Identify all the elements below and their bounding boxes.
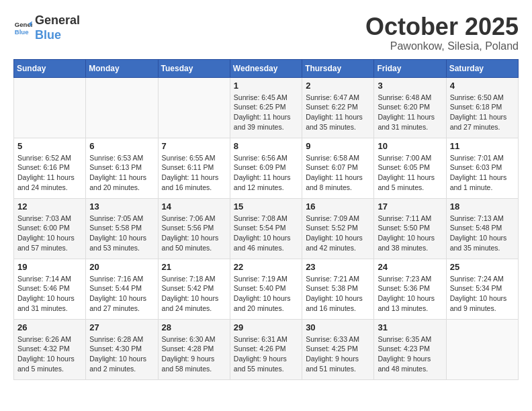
day-content: Sunrise: 6:53 AM Sunset: 6:13 PM Dayligh… — [89, 153, 154, 193]
calendar-week-3: 12Sunrise: 7:03 AM Sunset: 6:00 PM Dayli… — [14, 198, 519, 259]
svg-text:Blue: Blue — [15, 28, 29, 35]
header-row: Sunday Monday Tuesday Wednesday Thursday… — [14, 59, 519, 77]
calendar-week-5: 26Sunrise: 6:26 AM Sunset: 4:32 PM Dayli… — [14, 319, 519, 379]
calendar-week-4: 19Sunrise: 7:14 AM Sunset: 5:46 PM Dayli… — [14, 259, 519, 319]
day-number: 3 — [378, 81, 442, 91]
header-sunday: Sunday — [14, 59, 86, 77]
calendar-cell: 20Sunrise: 7:16 AM Sunset: 5:44 PM Dayli… — [86, 259, 158, 319]
calendar-cell — [158, 77, 230, 138]
calendar-cell: 11Sunrise: 7:01 AM Sunset: 6:03 PM Dayli… — [446, 138, 518, 198]
logo-line2: Blue — [35, 28, 61, 42]
day-content: Sunrise: 7:05 AM Sunset: 5:58 PM Dayligh… — [89, 214, 154, 253]
calendar-cell: 12Sunrise: 7:03 AM Sunset: 6:00 PM Dayli… — [14, 198, 86, 259]
day-content: Sunrise: 7:09 AM Sunset: 5:52 PM Dayligh… — [306, 214, 370, 253]
title-block: October 2025 Pawonkow, Silesia, Poland — [365, 13, 519, 52]
day-content: Sunrise: 7:01 AM Sunset: 6:03 PM Dayligh… — [450, 153, 515, 193]
day-number: 25 — [450, 262, 515, 272]
header-monday: Monday — [86, 59, 158, 77]
day-content: Sunrise: 7:06 AM Sunset: 5:56 PM Dayligh… — [162, 214, 226, 253]
day-content: Sunrise: 6:56 AM Sunset: 6:09 PM Dayligh… — [234, 153, 298, 193]
day-content: Sunrise: 7:23 AM Sunset: 5:36 PM Dayligh… — [378, 274, 442, 314]
calendar-cell: 29Sunrise: 6:31 AM Sunset: 4:26 PM Dayli… — [230, 319, 302, 379]
calendar-cell: 21Sunrise: 7:18 AM Sunset: 5:42 PM Dayli… — [158, 259, 230, 319]
calendar-cell: 9Sunrise: 6:58 AM Sunset: 6:07 PM Daylig… — [302, 138, 374, 198]
day-number: 14 — [162, 201, 226, 212]
day-number: 17 — [378, 201, 442, 212]
calendar-cell: 3Sunrise: 6:48 AM Sunset: 6:20 PM Daylig… — [374, 77, 446, 138]
location: Pawonkow, Silesia, Poland — [365, 40, 519, 52]
calendar-cell: 6Sunrise: 6:53 AM Sunset: 6:13 PM Daylig… — [86, 138, 158, 198]
day-number: 24 — [378, 262, 442, 272]
day-content: Sunrise: 6:50 AM Sunset: 6:18 PM Dayligh… — [450, 93, 515, 132]
calendar-cell: 24Sunrise: 7:23 AM Sunset: 5:36 PM Dayli… — [374, 259, 446, 319]
header-friday: Friday — [374, 59, 446, 77]
calendar-cell: 4Sunrise: 6:50 AM Sunset: 6:18 PM Daylig… — [446, 77, 518, 138]
day-number: 30 — [306, 322, 370, 332]
day-content: Sunrise: 6:33 AM Sunset: 4:25 PM Dayligh… — [306, 334, 370, 374]
day-number: 13 — [89, 201, 154, 212]
calendar-cell: 31Sunrise: 6:35 AM Sunset: 4:23 PM Dayli… — [374, 319, 446, 379]
day-number: 21 — [162, 262, 226, 272]
day-content: Sunrise: 7:18 AM Sunset: 5:42 PM Dayligh… — [162, 274, 226, 314]
day-number: 7 — [162, 141, 226, 151]
calendar-cell: 18Sunrise: 7:13 AM Sunset: 5:48 PM Dayli… — [446, 198, 518, 259]
day-content: Sunrise: 7:19 AM Sunset: 5:40 PM Dayligh… — [234, 274, 298, 314]
calendar-cell: 15Sunrise: 7:08 AM Sunset: 5:54 PM Dayli… — [230, 198, 302, 259]
calendar-cell: 22Sunrise: 7:19 AM Sunset: 5:40 PM Dayli… — [230, 259, 302, 319]
calendar-cell — [14, 77, 86, 138]
day-number: 8 — [234, 141, 298, 151]
day-content: Sunrise: 7:21 AM Sunset: 5:38 PM Dayligh… — [306, 274, 370, 314]
day-number: 10 — [378, 141, 442, 151]
day-number: 4 — [450, 81, 515, 91]
day-number: 15 — [234, 201, 298, 212]
calendar-cell: 7Sunrise: 6:55 AM Sunset: 6:11 PM Daylig… — [158, 138, 230, 198]
day-content: Sunrise: 6:45 AM Sunset: 6:25 PM Dayligh… — [234, 93, 298, 132]
day-number: 6 — [89, 141, 154, 151]
calendar-cell: 17Sunrise: 7:11 AM Sunset: 5:50 PM Dayli… — [374, 198, 446, 259]
day-content: Sunrise: 6:26 AM Sunset: 4:32 PM Dayligh… — [17, 334, 82, 374]
calendar-cell: 2Sunrise: 6:47 AM Sunset: 6:22 PM Daylig… — [302, 77, 374, 138]
calendar-cell: 14Sunrise: 7:06 AM Sunset: 5:56 PM Dayli… — [158, 198, 230, 259]
day-number: 29 — [234, 322, 298, 332]
day-content: Sunrise: 6:28 AM Sunset: 4:30 PM Dayligh… — [89, 334, 154, 374]
calendar-body: 1Sunrise: 6:45 AM Sunset: 6:25 PM Daylig… — [14, 77, 519, 379]
day-content: Sunrise: 6:55 AM Sunset: 6:11 PM Dayligh… — [162, 153, 226, 193]
day-content: Sunrise: 7:11 AM Sunset: 5:50 PM Dayligh… — [378, 214, 442, 253]
calendar-cell: 1Sunrise: 6:45 AM Sunset: 6:25 PM Daylig… — [230, 77, 302, 138]
day-number: 31 — [378, 322, 442, 332]
day-number: 23 — [306, 262, 370, 272]
day-number: 9 — [306, 141, 370, 151]
day-number: 11 — [450, 141, 515, 151]
header-wednesday: Wednesday — [230, 59, 302, 77]
calendar-cell — [86, 77, 158, 138]
page-header: General Blue General Blue October 2025 P… — [13, 13, 519, 52]
day-number: 12 — [17, 201, 82, 212]
calendar-cell: 25Sunrise: 7:24 AM Sunset: 5:34 PM Dayli… — [446, 259, 518, 319]
day-content: Sunrise: 6:35 AM Sunset: 4:23 PM Dayligh… — [378, 334, 442, 374]
day-content: Sunrise: 6:47 AM Sunset: 6:22 PM Dayligh… — [306, 93, 370, 132]
calendar-cell: 26Sunrise: 6:26 AM Sunset: 4:32 PM Dayli… — [14, 319, 86, 379]
day-content: Sunrise: 7:24 AM Sunset: 5:34 PM Dayligh… — [450, 274, 515, 314]
day-content: Sunrise: 6:52 AM Sunset: 6:16 PM Dayligh… — [17, 153, 82, 193]
day-content: Sunrise: 7:14 AM Sunset: 5:46 PM Dayligh… — [17, 274, 82, 314]
day-content: Sunrise: 6:58 AM Sunset: 6:07 PM Dayligh… — [306, 153, 370, 193]
logo-line1: General — [35, 13, 80, 28]
day-number: 22 — [234, 262, 298, 272]
logo-text: General Blue — [35, 13, 80, 42]
day-number: 20 — [89, 262, 154, 272]
calendar-cell: 23Sunrise: 7:21 AM Sunset: 5:38 PM Dayli… — [302, 259, 374, 319]
header-saturday: Saturday — [446, 59, 518, 77]
calendar-header: Sunday Monday Tuesday Wednesday Thursday… — [14, 59, 519, 77]
header-thursday: Thursday — [302, 59, 374, 77]
day-number: 27 — [89, 322, 154, 332]
day-number: 1 — [234, 81, 298, 91]
calendar-cell: 5Sunrise: 6:52 AM Sunset: 6:16 PM Daylig… — [14, 138, 86, 198]
day-content: Sunrise: 6:48 AM Sunset: 6:20 PM Dayligh… — [378, 93, 442, 132]
calendar-cell: 28Sunrise: 6:30 AM Sunset: 4:28 PM Dayli… — [158, 319, 230, 379]
logo: General Blue General Blue — [13, 13, 80, 42]
logo-icon: General Blue — [13, 19, 32, 38]
calendar-cell: 30Sunrise: 6:33 AM Sunset: 4:25 PM Dayli… — [302, 319, 374, 379]
day-content: Sunrise: 7:03 AM Sunset: 6:00 PM Dayligh… — [17, 214, 82, 253]
day-number: 16 — [306, 201, 370, 212]
month-title: October 2025 — [365, 13, 519, 40]
